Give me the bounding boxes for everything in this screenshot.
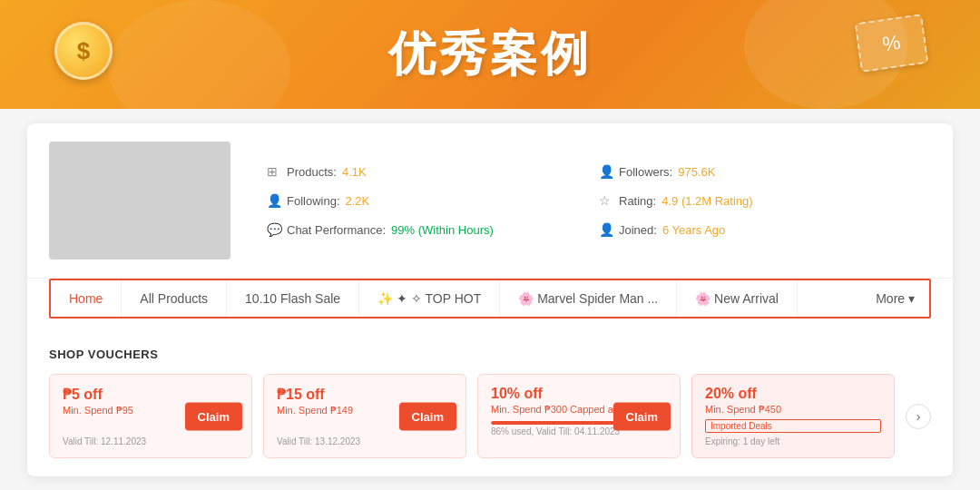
voucher-2: ₱15 off Min. Spend ₱149 Valid Till: 13.1… [263, 374, 466, 458]
tab-marvel[interactable]: 🌸 Marvel Spider Man ... [500, 280, 677, 317]
tab-more[interactable]: More ▾ [861, 280, 929, 317]
voucher-4: 20% off Min. Spend ₱450 Imported Deals E… [691, 374, 895, 458]
voucher-1-valid: Valid Till: 12.11.2023 [63, 436, 239, 446]
voucher-2-amount: ₱15 off [277, 386, 453, 403]
page-title: 优秀案例 [388, 23, 592, 86]
nav-tabs: Home All Products 10.10 Flash Sale ✨ ✦ ✧… [49, 279, 931, 318]
rating-icon: ☆ [599, 193, 613, 208]
shop-info: ⊞ Products: 4.1K 👤 Followers: 975.6K 👤 F… [27, 123, 953, 279]
voucher-4-expiry: Expiring: 1 day left [705, 436, 881, 446]
stat-chat: 💬 Chat Performance: 99% (Within Hours) [267, 219, 599, 240]
voucher-1: ₱5 off Min. Spend ₱95 Valid Till: 12.11.… [49, 374, 252, 458]
stat-rating: ☆ Rating: 4.9 (1.2M Rating) [599, 190, 931, 211]
vouchers-title: SHOP VOUCHERS [49, 348, 931, 361]
coupon-icon: % [858, 18, 926, 68]
tab-all-products[interactable]: All Products [122, 280, 227, 317]
vouchers-section: SHOP VOUCHERS ₱5 off Min. Spend ₱95 Vali… [27, 333, 953, 476]
voucher-2-claim-button[interactable]: Claim [399, 402, 456, 430]
scroll-right-arrow[interactable]: › [906, 404, 931, 429]
voucher-4-amount: 20% off [705, 386, 881, 402]
coin-icon: $ [54, 22, 113, 80]
main-card: ⊞ Products: 4.1K 👤 Followers: 975.6K 👤 F… [27, 123, 953, 476]
tab-flash-sale[interactable]: 10.10 Flash Sale [227, 280, 359, 317]
shop-avatar [49, 142, 230, 260]
voucher-3-amount: 10% off [491, 386, 667, 402]
coupon-symbol: % [855, 14, 929, 73]
voucher-4-min: Min. Spend ₱450 [705, 404, 881, 416]
products-icon: ⊞ [267, 164, 281, 179]
header-banner: $ 优秀案例 % [0, 0, 980, 109]
stat-following: 👤 Following: 2.2K [267, 190, 599, 211]
voucher-4-tag: Imported Deals [705, 419, 881, 433]
voucher-2-valid: Valid Till: 13.12.2023 [277, 436, 453, 446]
stat-followers: 👤 Followers: 975.6K [599, 161, 931, 182]
voucher-3-claim-button[interactable]: Claim [613, 402, 671, 430]
voucher-3: 10% off Min. Spend ₱300 Capped at ₱50 86… [477, 374, 681, 458]
shop-stats: ⊞ Products: 4.1K 👤 Followers: 975.6K 👤 F… [252, 142, 931, 260]
vouchers-list: ₱5 off Min. Spend ₱95 Valid Till: 12.11.… [49, 374, 931, 458]
tab-new-arrival[interactable]: 🌸 New Arrival [677, 280, 798, 317]
joined-icon: 👤 [599, 222, 613, 237]
voucher-1-claim-button[interactable]: Claim [185, 402, 242, 430]
voucher-1-amount: ₱5 off [63, 386, 239, 403]
stat-products: ⊞ Products: 4.1K [267, 161, 599, 182]
tab-top-hot[interactable]: ✨ ✦ ✧ TOP HOT [359, 280, 500, 317]
tab-home[interactable]: Home [51, 280, 122, 318]
coin-symbol: $ [54, 22, 113, 80]
chat-icon: 💬 [267, 222, 281, 237]
followers-icon: 👤 [599, 164, 613, 179]
stat-joined: 👤 Joined: 6 Years Ago [599, 219, 931, 240]
following-icon: 👤 [267, 193, 281, 208]
